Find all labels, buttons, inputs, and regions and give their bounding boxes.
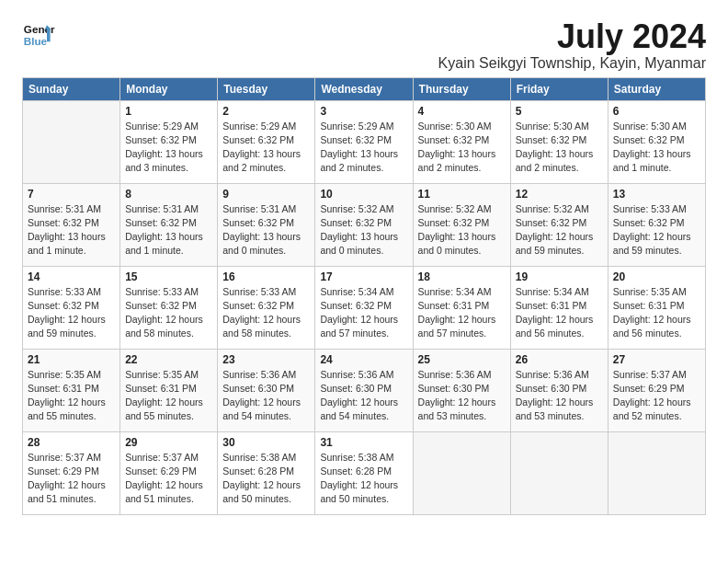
day-info: Sunrise: 5:30 AM Sunset: 6:32 PM Dayligh…	[516, 120, 603, 176]
day-info: Sunrise: 5:37 AM Sunset: 6:29 PM Dayligh…	[28, 451, 115, 507]
day-number: 14	[28, 270, 115, 283]
day-number: 31	[320, 436, 407, 449]
day-number: 16	[222, 270, 310, 283]
day-number: 6	[613, 105, 700, 118]
day-info: Sunrise: 5:33 AM Sunset: 6:32 PM Dayligh…	[613, 202, 700, 259]
calendar-cell: 4Sunrise: 5:30 AM Sunset: 6:32 PM Daylig…	[413, 100, 510, 183]
calendar-cell: 18Sunrise: 5:34 AM Sunset: 6:31 PM Dayli…	[413, 266, 510, 349]
day-number: 9	[222, 188, 310, 201]
day-number: 23	[222, 353, 310, 366]
week-row-4: 21Sunrise: 5:35 AM Sunset: 6:31 PM Dayli…	[23, 349, 706, 431]
day-info: Sunrise: 5:38 AM Sunset: 6:28 PM Dayligh…	[320, 451, 407, 507]
calendar-cell: 24Sunrise: 5:36 AM Sunset: 6:30 PM Dayli…	[315, 349, 413, 431]
day-info: Sunrise: 5:32 AM Sunset: 6:32 PM Dayligh…	[418, 202, 506, 259]
day-number: 27	[613, 353, 700, 366]
day-number: 21	[28, 353, 115, 366]
week-row-5: 28Sunrise: 5:37 AM Sunset: 6:29 PM Dayli…	[23, 431, 706, 514]
calendar-cell: 17Sunrise: 5:34 AM Sunset: 6:32 PM Dayli…	[315, 266, 413, 349]
weekday-header-row: SundayMondayTuesdayWednesdayThursdayFrid…	[23, 77, 706, 100]
day-info: Sunrise: 5:36 AM Sunset: 6:30 PM Dayligh…	[418, 368, 506, 424]
calendar-cell: 1Sunrise: 5:29 AM Sunset: 6:32 PM Daylig…	[120, 100, 218, 183]
day-info: Sunrise: 5:36 AM Sunset: 6:30 PM Dayligh…	[320, 368, 407, 424]
day-info: Sunrise: 5:33 AM Sunset: 6:32 PM Dayligh…	[222, 285, 310, 341]
calendar-cell: 19Sunrise: 5:34 AM Sunset: 6:31 PM Dayli…	[510, 266, 608, 349]
calendar-cell: 22Sunrise: 5:35 AM Sunset: 6:31 PM Dayli…	[120, 349, 218, 431]
weekday-header-friday: Friday	[510, 77, 608, 100]
day-info: Sunrise: 5:29 AM Sunset: 6:32 PM Dayligh…	[125, 120, 212, 176]
day-number: 8	[125, 188, 212, 201]
calendar-cell: 21Sunrise: 5:35 AM Sunset: 6:31 PM Dayli…	[23, 349, 120, 431]
logo: General Blue	[22, 18, 55, 52]
calendar-cell	[510, 431, 608, 514]
day-info: Sunrise: 5:38 AM Sunset: 6:28 PM Dayligh…	[222, 451, 310, 507]
calendar-cell: 7Sunrise: 5:31 AM Sunset: 6:32 PM Daylig…	[23, 183, 120, 266]
day-number: 3	[320, 105, 407, 118]
day-number: 12	[516, 188, 603, 201]
day-number: 19	[516, 270, 603, 283]
day-number: 15	[125, 270, 212, 283]
calendar-cell: 14Sunrise: 5:33 AM Sunset: 6:32 PM Dayli…	[23, 266, 120, 349]
calendar-cell	[23, 100, 120, 183]
weekday-header-wednesday: Wednesday	[315, 77, 413, 100]
day-number: 1	[125, 105, 212, 118]
calendar-cell: 29Sunrise: 5:37 AM Sunset: 6:29 PM Dayli…	[120, 431, 218, 514]
day-info: Sunrise: 5:31 AM Sunset: 6:32 PM Dayligh…	[28, 202, 115, 259]
day-number: 11	[418, 188, 506, 201]
calendar-cell: 13Sunrise: 5:33 AM Sunset: 6:32 PM Dayli…	[608, 183, 705, 266]
calendar-cell: 30Sunrise: 5:38 AM Sunset: 6:28 PM Dayli…	[218, 431, 315, 514]
day-info: Sunrise: 5:32 AM Sunset: 6:32 PM Dayligh…	[516, 202, 603, 259]
day-number: 18	[418, 270, 506, 283]
calendar-cell: 26Sunrise: 5:36 AM Sunset: 6:30 PM Dayli…	[510, 349, 608, 431]
week-row-2: 7Sunrise: 5:31 AM Sunset: 6:32 PM Daylig…	[23, 183, 706, 266]
day-number: 5	[516, 105, 603, 118]
day-info: Sunrise: 5:37 AM Sunset: 6:29 PM Dayligh…	[125, 451, 212, 507]
calendar-cell: 2Sunrise: 5:29 AM Sunset: 6:32 PM Daylig…	[218, 100, 315, 183]
calendar-cell: 25Sunrise: 5:36 AM Sunset: 6:30 PM Dayli…	[413, 349, 510, 431]
calendar-cell	[608, 431, 705, 514]
day-info: Sunrise: 5:36 AM Sunset: 6:30 PM Dayligh…	[516, 368, 603, 424]
day-number: 30	[222, 436, 310, 449]
day-number: 7	[28, 188, 115, 201]
day-number: 10	[320, 188, 407, 201]
calendar-cell: 31Sunrise: 5:38 AM Sunset: 6:28 PM Dayli…	[315, 431, 413, 514]
day-number: 29	[125, 436, 212, 449]
calendar-cell	[413, 431, 510, 514]
day-number: 13	[613, 188, 700, 201]
day-info: Sunrise: 5:31 AM Sunset: 6:32 PM Dayligh…	[222, 202, 310, 259]
svg-text:Blue: Blue	[24, 35, 48, 47]
calendar-cell: 27Sunrise: 5:37 AM Sunset: 6:29 PM Dayli…	[608, 349, 705, 431]
day-number: 25	[418, 353, 506, 366]
day-info: Sunrise: 5:33 AM Sunset: 6:32 PM Dayligh…	[125, 285, 212, 341]
day-info: Sunrise: 5:34 AM Sunset: 6:32 PM Dayligh…	[320, 285, 407, 341]
day-info: Sunrise: 5:32 AM Sunset: 6:32 PM Dayligh…	[320, 202, 407, 259]
day-info: Sunrise: 5:31 AM Sunset: 6:32 PM Dayligh…	[125, 202, 212, 259]
calendar-cell: 8Sunrise: 5:31 AM Sunset: 6:32 PM Daylig…	[120, 183, 218, 266]
day-number: 2	[222, 105, 310, 118]
day-info: Sunrise: 5:35 AM Sunset: 6:31 PM Dayligh…	[28, 368, 115, 424]
title-block: July 2024 Kyain Seikgyi Township, Kayin,…	[438, 18, 706, 72]
day-info: Sunrise: 5:30 AM Sunset: 6:32 PM Dayligh…	[613, 120, 700, 176]
day-number: 24	[320, 353, 407, 366]
day-number: 20	[613, 270, 700, 283]
day-number: 28	[28, 436, 115, 449]
day-info: Sunrise: 5:29 AM Sunset: 6:32 PM Dayligh…	[320, 120, 407, 176]
calendar-cell: 15Sunrise: 5:33 AM Sunset: 6:32 PM Dayli…	[120, 266, 218, 349]
weekday-header-monday: Monday	[120, 77, 218, 100]
day-number: 22	[125, 353, 212, 366]
weekday-header-saturday: Saturday	[608, 77, 705, 100]
day-info: Sunrise: 5:36 AM Sunset: 6:30 PM Dayligh…	[222, 368, 310, 424]
weekday-header-thursday: Thursday	[413, 77, 510, 100]
calendar-cell: 23Sunrise: 5:36 AM Sunset: 6:30 PM Dayli…	[218, 349, 315, 431]
calendar-cell: 3Sunrise: 5:29 AM Sunset: 6:32 PM Daylig…	[315, 100, 413, 183]
day-info: Sunrise: 5:35 AM Sunset: 6:31 PM Dayligh…	[613, 285, 700, 341]
calendar-cell: 9Sunrise: 5:31 AM Sunset: 6:32 PM Daylig…	[218, 183, 315, 266]
location-title: Kyain Seikgyi Township, Kayin, Myanmar	[438, 55, 706, 72]
day-info: Sunrise: 5:37 AM Sunset: 6:29 PM Dayligh…	[613, 368, 700, 424]
svg-text:General: General	[24, 23, 55, 35]
calendar-table: SundayMondayTuesdayWednesdayThursdayFrid…	[22, 77, 706, 515]
day-number: 17	[320, 270, 407, 283]
weekday-header-sunday: Sunday	[23, 77, 120, 100]
day-number: 4	[418, 105, 506, 118]
day-info: Sunrise: 5:35 AM Sunset: 6:31 PM Dayligh…	[125, 368, 212, 424]
calendar-cell: 28Sunrise: 5:37 AM Sunset: 6:29 PM Dayli…	[23, 431, 120, 514]
